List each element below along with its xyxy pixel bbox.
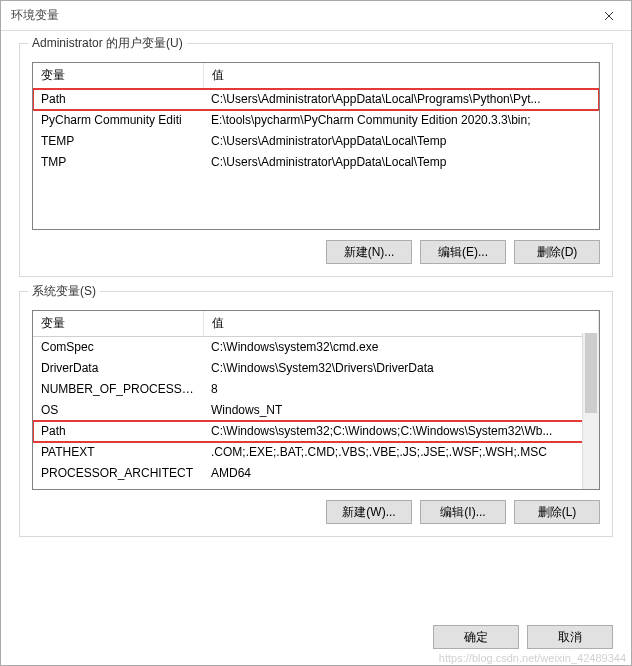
table-row[interactable]: TEMP C:\Users\Administrator\AppData\Loca… [33, 131, 599, 152]
system-vars-label: 系统变量(S) [28, 283, 100, 300]
cell-name: Path [33, 421, 203, 442]
dialog-footer: 确定 取消 [1, 613, 631, 665]
table-row[interactable]: PATHEXT .COM;.EXE;.BAT;.CMD;.VBS;.VBE;.J… [33, 442, 599, 463]
content-area: Administrator 的用户变量(U) 变量 值 Path C:\User… [1, 31, 631, 613]
system-vars-buttons: 新建(W)... 编辑(I)... 删除(L) [32, 500, 600, 524]
titlebar: 环境变量 [1, 1, 631, 31]
cell-value: C:\Users\Administrator\AppData\Local\Tem… [203, 131, 599, 152]
table-row[interactable]: NUMBER_OF_PROCESSORS 8 [33, 379, 599, 400]
table-row[interactable]: PROCESSOR_ARCHITECT AMD64 [33, 463, 599, 484]
col-header-value[interactable]: 值 [203, 63, 599, 89]
window-title: 环境变量 [11, 7, 59, 24]
col-header-name[interactable]: 变量 [33, 63, 203, 89]
env-vars-dialog: 环境变量 Administrator 的用户变量(U) 变量 值 [0, 0, 632, 666]
table-row[interactable]: Path C:\Users\Administrator\AppData\Loca… [33, 89, 599, 110]
close-icon [604, 11, 614, 21]
new-user-var-button[interactable]: 新建(N)... [326, 240, 412, 264]
table-row[interactable]: Path C:\Windows\system32;C:\Windows;C:\W… [33, 421, 599, 442]
table-row[interactable]: ComSpec C:\Windows\system32\cmd.exe [33, 337, 599, 358]
system-vars-group: 系统变量(S) 变量 值 ComSpec C:\Windows\system32… [19, 291, 613, 537]
cell-value: AMD64 [203, 463, 599, 484]
system-vars-scrollbar[interactable] [582, 333, 599, 489]
table-row[interactable]: PyCharm Community Editi E:\tools\pycharm… [33, 110, 599, 131]
table-row[interactable]: DriverData C:\Windows\System32\Drivers\D… [33, 358, 599, 379]
cell-name: Path [33, 89, 203, 110]
system-vars-table[interactable]: 变量 值 ComSpec C:\Windows\system32\cmd.exe… [33, 311, 599, 484]
user-vars-group: Administrator 的用户变量(U) 变量 值 Path C:\User… [19, 43, 613, 277]
cell-value: C:\Users\Administrator\AppData\Local\Pro… [203, 89, 599, 110]
cell-value: C:\Windows\system32;C:\Windows;C:\Window… [203, 421, 599, 442]
col-header-name[interactable]: 变量 [33, 311, 203, 337]
cell-name: TMP [33, 152, 203, 173]
cell-value: .COM;.EXE;.BAT;.CMD;.VBS;.VBE;.JS;.JSE;.… [203, 442, 599, 463]
table-row[interactable]: OS Windows_NT [33, 400, 599, 421]
cell-name: PyCharm Community Editi [33, 110, 203, 131]
cancel-button[interactable]: 取消 [527, 625, 613, 649]
cell-value: C:\Windows\System32\Drivers\DriverData [203, 358, 599, 379]
new-system-var-button[interactable]: 新建(W)... [326, 500, 412, 524]
cell-value: C:\Users\Administrator\AppData\Local\Tem… [203, 152, 599, 173]
system-vars-table-container: 变量 值 ComSpec C:\Windows\system32\cmd.exe… [32, 310, 600, 490]
user-vars-table[interactable]: 变量 值 Path C:\Users\Administrator\AppData… [33, 63, 599, 173]
ok-button[interactable]: 确定 [433, 625, 519, 649]
cell-name: PATHEXT [33, 442, 203, 463]
col-header-value[interactable]: 值 [203, 311, 599, 337]
edit-user-var-button[interactable]: 编辑(E)... [420, 240, 506, 264]
cell-value: 8 [203, 379, 599, 400]
cell-name: NUMBER_OF_PROCESSORS [33, 379, 203, 400]
delete-user-var-button[interactable]: 删除(D) [514, 240, 600, 264]
cell-name: DriverData [33, 358, 203, 379]
close-button[interactable] [586, 1, 631, 31]
edit-system-var-button[interactable]: 编辑(I)... [420, 500, 506, 524]
delete-system-var-button[interactable]: 删除(L) [514, 500, 600, 524]
cell-value: E:\tools\pycharm\PyCharm Community Editi… [203, 110, 599, 131]
cell-name: PROCESSOR_ARCHITECT [33, 463, 203, 484]
cell-name: OS [33, 400, 203, 421]
table-row[interactable]: TMP C:\Users\Administrator\AppData\Local… [33, 152, 599, 173]
cell-value: C:\Windows\system32\cmd.exe [203, 337, 599, 358]
user-vars-table-container: 变量 值 Path C:\Users\Administrator\AppData… [32, 62, 600, 230]
cell-name: TEMP [33, 131, 203, 152]
cell-name: ComSpec [33, 337, 203, 358]
user-vars-label: Administrator 的用户变量(U) [28, 35, 187, 52]
user-vars-buttons: 新建(N)... 编辑(E)... 删除(D) [32, 240, 600, 264]
cell-value: Windows_NT [203, 400, 599, 421]
scroll-thumb[interactable] [585, 333, 597, 413]
